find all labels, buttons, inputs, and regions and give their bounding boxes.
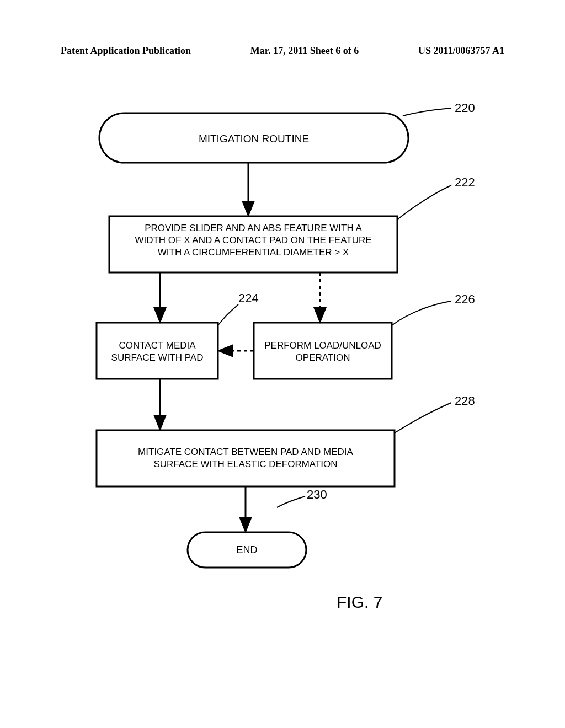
header-center: Mar. 17, 2011 Sheet 6 of 6 [250,45,359,57]
flow-step-228-label: MITIGATE CONTACT BETWEEN PAD AND MEDIA S… [97,446,395,470]
header-right: US 2011/0063757 A1 [418,45,504,57]
ref-220: 220 [455,101,475,115]
page-header: Patent Application Publication Mar. 17, … [0,45,565,57]
ref-228: 228 [455,394,475,408]
ref-226: 226 [455,292,475,307]
ref-222: 222 [455,175,475,190]
header-left: Patent Application Publication [61,45,191,57]
flow-start-label: MITIGATION ROUTINE [99,132,408,146]
flow-end-label: END [188,544,306,556]
figure-label: FIG. 7 [337,593,382,612]
ref-224: 224 [238,291,259,306]
flow-step-222-label: PROVIDE SLIDER AND AN ABS FEATURE WITH A… [109,222,397,259]
ref-230: 230 [307,488,327,502]
flow-step-224-label: CONTACT MEDIA SURFACE WITH PAD [97,340,218,364]
flow-step-226-label: PERFORM LOAD/UNLOAD OPERATION [254,340,392,364]
